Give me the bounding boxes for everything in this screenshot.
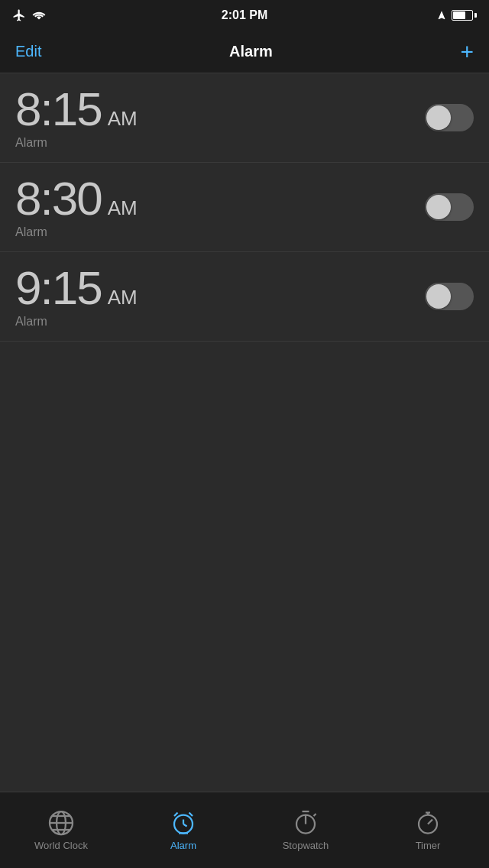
alarm-item-2[interactable]: 8:30 AM Alarm [0, 163, 489, 252]
alarm-time-value-3: 9:15 [15, 264, 102, 312]
alarm-time-display-1: 8:15 AM [15, 86, 138, 133]
alarm-toggle-1[interactable] [425, 104, 474, 131]
svg-line-8 [174, 813, 178, 817]
tab-bar: World Clock Alarm Stopwat [0, 792, 489, 868]
alarm-list: 8:15 AM Alarm 8:30 AM Alarm 9:15 AM [0, 73, 489, 342]
tab-stopwatch-label: Stopwatch [283, 840, 329, 851]
toggle-thumb-3 [426, 284, 451, 309]
stopwatch-icon [292, 809, 319, 837]
tab-alarm[interactable]: Alarm [122, 809, 244, 851]
alarm-info-2: 8:30 AM Alarm [15, 175, 138, 239]
tab-timer[interactable]: Timer [367, 809, 489, 851]
svg-line-7 [183, 824, 187, 827]
alarm-label-1: Alarm [15, 136, 138, 150]
svg-line-13 [314, 814, 316, 816]
tab-alarm-label: Alarm [170, 840, 196, 851]
status-right-icons [436, 10, 477, 21]
status-left-icons [12, 8, 46, 22]
alarm-label-2: Alarm [15, 225, 138, 239]
tab-stopwatch[interactable]: Stopwatch [244, 809, 367, 851]
toggle-thumb-2 [426, 195, 451, 219]
tab-world-clock[interactable]: World Clock [0, 809, 122, 851]
location-icon [436, 10, 447, 21]
alarm-toggle-2[interactable] [425, 193, 474, 221]
alarm-time-display-2: 8:30 AM [15, 175, 138, 222]
alarm-time-value-2: 8:30 [15, 175, 102, 222]
alarm-toggle-3[interactable] [425, 283, 474, 310]
alarm-time-value-1: 8:15 [15, 86, 102, 133]
tab-timer-label: Timer [416, 840, 441, 851]
add-button[interactable]: + [460, 40, 474, 63]
status-bar: 2:01 PM [0, 0, 489, 31]
alarm-info-1: 8:15 AM Alarm [15, 86, 138, 150]
alarm-period-2: AM [108, 196, 138, 220]
alarm-time-display-3: 9:15 AM [15, 264, 138, 312]
svg-line-9 [189, 813, 193, 817]
alarm-item-3[interactable]: 9:15 AM Alarm [0, 252, 489, 342]
svg-line-15 [428, 820, 432, 824]
alarm-item-1[interactable]: 8:15 AM Alarm [0, 73, 489, 163]
navigation-bar: Edit Alarm + [0, 31, 489, 73]
tab-world-clock-label: World Clock [34, 840, 88, 851]
edit-button[interactable]: Edit [15, 43, 41, 60]
timer-icon [414, 809, 442, 837]
alarm-period-3: AM [108, 286, 138, 309]
alarm-icon [170, 809, 197, 837]
battery-indicator [452, 10, 477, 21]
page-title: Alarm [229, 43, 273, 60]
status-time: 2:01 PM [222, 8, 267, 22]
alarm-info-3: 9:15 AM Alarm [15, 264, 138, 329]
wifi-icon [32, 10, 46, 21]
airplane-icon [12, 8, 26, 22]
toggle-thumb-1 [426, 105, 451, 130]
alarm-label-3: Alarm [15, 315, 138, 329]
world-clock-icon [47, 809, 75, 837]
alarm-period-1: AM [108, 107, 138, 131]
